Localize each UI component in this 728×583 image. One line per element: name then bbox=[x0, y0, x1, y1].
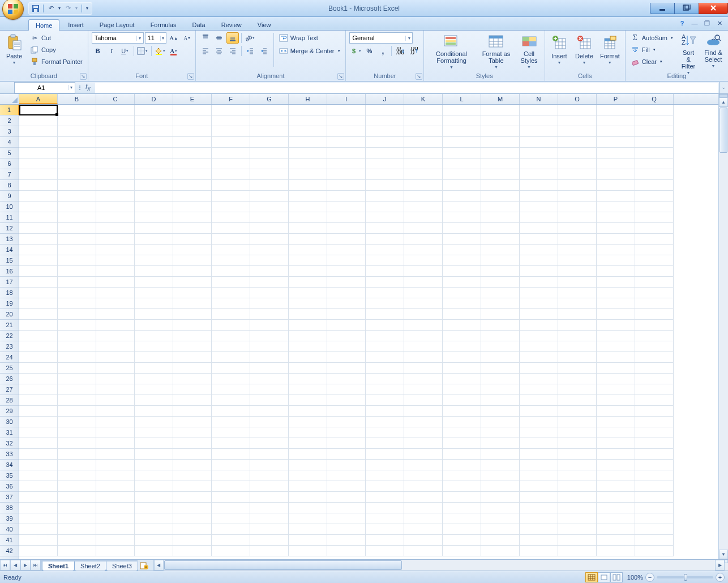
cell[interactable] bbox=[212, 384, 250, 395]
percent-button[interactable]: % bbox=[363, 45, 375, 57]
grow-font-button[interactable]: A▲ bbox=[168, 32, 180, 44]
cell[interactable] bbox=[58, 417, 96, 427]
cell[interactable] bbox=[597, 288, 635, 298]
cell[interactable] bbox=[19, 115, 58, 126]
cell[interactable] bbox=[404, 427, 443, 438]
row-header[interactable]: 30 bbox=[0, 417, 19, 427]
cell[interactable] bbox=[58, 460, 96, 470]
cell[interactable] bbox=[366, 115, 404, 126]
cell[interactable] bbox=[135, 266, 173, 277]
cell[interactable] bbox=[597, 298, 635, 309]
merge-center-button[interactable]: Merge & Center▾ bbox=[277, 45, 342, 57]
cell[interactable] bbox=[443, 234, 481, 245]
cell[interactable] bbox=[19, 384, 58, 395]
cell[interactable] bbox=[289, 513, 327, 524]
cell[interactable] bbox=[366, 148, 404, 158]
cell[interactable] bbox=[366, 406, 404, 417]
cell[interactable] bbox=[19, 352, 58, 363]
cell[interactable] bbox=[366, 470, 404, 481]
cell[interactable] bbox=[597, 503, 635, 513]
cell[interactable] bbox=[250, 546, 289, 556]
cell[interactable] bbox=[404, 309, 443, 320]
cell[interactable] bbox=[327, 126, 366, 137]
cell[interactable] bbox=[19, 503, 58, 513]
cell[interactable] bbox=[404, 277, 443, 288]
cell[interactable] bbox=[135, 158, 173, 169]
cell[interactable] bbox=[135, 245, 173, 255]
chevron-down-icon[interactable]: ▾ bbox=[671, 36, 673, 40]
new-sheet-button[interactable] bbox=[138, 560, 150, 571]
cell[interactable] bbox=[96, 266, 135, 277]
cell[interactable] bbox=[135, 309, 173, 320]
cell[interactable] bbox=[135, 513, 173, 524]
cell[interactable] bbox=[212, 470, 250, 481]
cell[interactable] bbox=[404, 234, 443, 245]
row-header[interactable]: 24 bbox=[0, 352, 19, 363]
cell[interactable] bbox=[173, 395, 212, 406]
row-header[interactable]: 33 bbox=[0, 449, 19, 460]
cell[interactable] bbox=[558, 492, 597, 503]
cell[interactable] bbox=[443, 191, 481, 202]
cell-styles-button[interactable]: Cell Styles▼ bbox=[516, 32, 542, 69]
cell[interactable] bbox=[327, 481, 366, 492]
cell[interactable] bbox=[558, 158, 597, 169]
cell[interactable] bbox=[404, 137, 443, 148]
column-header[interactable]: C bbox=[96, 94, 135, 104]
align-middle-button[interactable] bbox=[213, 32, 225, 44]
cell[interactable] bbox=[58, 277, 96, 288]
cell[interactable] bbox=[173, 449, 212, 460]
cell[interactable] bbox=[404, 363, 443, 374]
cell[interactable] bbox=[96, 137, 135, 148]
next-sheet-button[interactable]: ▶ bbox=[20, 560, 31, 571]
cell[interactable] bbox=[135, 202, 173, 212]
cell[interactable] bbox=[635, 363, 674, 374]
cell[interactable] bbox=[520, 492, 558, 503]
cell[interactable] bbox=[635, 137, 674, 148]
comma-button[interactable]: , bbox=[376, 45, 389, 57]
cell[interactable] bbox=[212, 460, 250, 470]
cell[interactable] bbox=[404, 202, 443, 212]
cell[interactable] bbox=[250, 320, 289, 331]
cell[interactable] bbox=[481, 427, 520, 438]
cell[interactable] bbox=[520, 427, 558, 438]
tab-formulas[interactable]: Formulas bbox=[143, 19, 184, 30]
cell[interactable] bbox=[597, 513, 635, 524]
cell[interactable] bbox=[327, 105, 366, 115]
cell[interactable] bbox=[327, 384, 366, 395]
cell[interactable] bbox=[597, 492, 635, 503]
cell[interactable] bbox=[135, 384, 173, 395]
cell[interactable] bbox=[635, 191, 674, 202]
cell[interactable] bbox=[289, 266, 327, 277]
cell[interactable] bbox=[212, 513, 250, 524]
cell[interactable] bbox=[481, 105, 520, 115]
cell[interactable] bbox=[635, 309, 674, 320]
cell[interactable] bbox=[520, 298, 558, 309]
cell[interactable] bbox=[96, 481, 135, 492]
row-header[interactable]: 12 bbox=[0, 223, 19, 234]
cell[interactable] bbox=[289, 449, 327, 460]
cell[interactable] bbox=[481, 546, 520, 556]
cell[interactable] bbox=[443, 513, 481, 524]
cell[interactable] bbox=[443, 223, 481, 234]
cell[interactable] bbox=[597, 406, 635, 417]
cell[interactable] bbox=[635, 384, 674, 395]
cell[interactable] bbox=[520, 524, 558, 535]
cell[interactable] bbox=[96, 105, 135, 115]
alignment-launcher[interactable]: ↘ bbox=[337, 73, 344, 80]
cell[interactable] bbox=[443, 374, 481, 384]
cell[interactable] bbox=[289, 288, 327, 298]
cell[interactable] bbox=[212, 277, 250, 288]
cell[interactable] bbox=[173, 513, 212, 524]
cell[interactable] bbox=[558, 309, 597, 320]
cell[interactable] bbox=[19, 245, 58, 255]
cell[interactable] bbox=[481, 352, 520, 363]
cell[interactable] bbox=[404, 266, 443, 277]
sheet-tab[interactable]: Sheet3 bbox=[106, 561, 138, 571]
fill-button[interactable]: Fill▾ bbox=[629, 44, 675, 55]
column-header[interactable]: H bbox=[289, 94, 327, 104]
cell[interactable] bbox=[135, 115, 173, 126]
cell[interactable] bbox=[327, 535, 366, 546]
align-top-button[interactable] bbox=[199, 32, 212, 44]
cell[interactable] bbox=[173, 223, 212, 234]
cell[interactable] bbox=[19, 406, 58, 417]
